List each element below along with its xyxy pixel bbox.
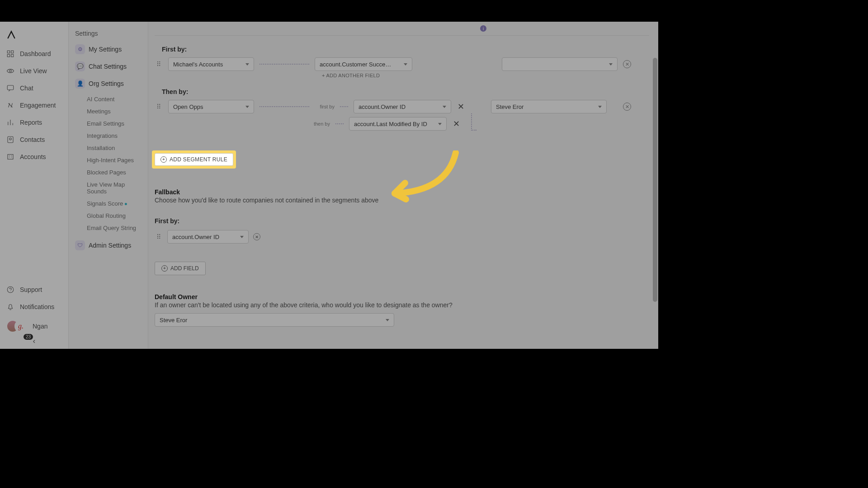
then-by-label: Then by: bbox=[162, 88, 649, 95]
sub-high-intent[interactable]: High-Intent Pages bbox=[73, 154, 143, 166]
remove-field-icon[interactable]: ✕ bbox=[452, 120, 460, 128]
avatar-g: g. bbox=[14, 320, 27, 333]
chat-icon: 💬 bbox=[75, 61, 85, 71]
sub-installation[interactable]: Installation bbox=[73, 142, 143, 154]
svg-rect-6 bbox=[8, 136, 13, 143]
my-settings-group[interactable]: ⚙My Settings bbox=[73, 42, 143, 57]
plus-circle-icon: + bbox=[160, 156, 167, 163]
then-by-sublabel: then by bbox=[310, 121, 330, 127]
sub-blocked-pages[interactable]: Blocked Pages bbox=[73, 166, 143, 178]
first-by-label: First by: bbox=[162, 46, 649, 53]
svg-rect-2 bbox=[7, 55, 9, 57]
sub-live-view-sounds[interactable]: Live View Map Sounds bbox=[73, 178, 143, 197]
sidebar-secondary: Settings ⚙My Settings 💬Chat Settings 👤Or… bbox=[69, 22, 148, 349]
fallback-section: Fallback Choose how you'd like to route … bbox=[155, 188, 649, 204]
nav-liveview[interactable]: Live View bbox=[0, 62, 68, 80]
nav-label: Engagement bbox=[20, 102, 56, 109]
drag-handle-icon[interactable]: ⠿ bbox=[155, 61, 163, 68]
nav-contacts[interactable]: Contacts bbox=[0, 131, 68, 148]
fallback-title: Fallback bbox=[155, 188, 649, 196]
collapse-sidebar[interactable]: ‹ bbox=[0, 337, 68, 349]
owner-dropdown[interactable] bbox=[502, 57, 618, 71]
drag-handle-icon[interactable]: ⠿ bbox=[155, 233, 163, 240]
nav-support[interactable]: Support bbox=[0, 281, 68, 298]
plus-circle-icon: + bbox=[161, 265, 168, 272]
liveview-icon bbox=[6, 67, 14, 75]
remove-field-icon[interactable]: ✕ bbox=[457, 103, 465, 111]
admin-icon: 🛡 bbox=[75, 240, 85, 250]
nav-label: Contacts bbox=[20, 136, 45, 143]
connector-line bbox=[259, 64, 309, 65]
sub-ai-content[interactable]: AI Content bbox=[73, 93, 143, 105]
remove-field-icon[interactable]: ✕ bbox=[253, 233, 260, 240]
field-dropdown[interactable]: account.Customer Succe… bbox=[315, 57, 412, 71]
settings-title: Settings bbox=[75, 30, 142, 37]
svg-point-9 bbox=[7, 286, 14, 293]
add-segment-rule-highlight: + ADD SEGMENT RULE bbox=[155, 153, 233, 166]
remove-rule-icon[interactable]: ✕ bbox=[623, 60, 631, 68]
contacts-icon bbox=[6, 136, 14, 144]
svg-rect-3 bbox=[11, 55, 14, 57]
sub-email-settings[interactable]: Email Settings bbox=[73, 117, 143, 130]
nav-label: Notifications bbox=[20, 303, 54, 310]
sub-signals-score[interactable]: Signals Score bbox=[73, 197, 143, 210]
org-icon: 👤 bbox=[75, 79, 85, 89]
svg-rect-1 bbox=[11, 51, 14, 53]
connector-line bbox=[335, 123, 344, 124]
remove-rule-icon[interactable]: ✕ bbox=[623, 103, 631, 111]
default-owner-section: Default Owner If an owner can't be locat… bbox=[155, 293, 649, 327]
sub-meetings[interactable]: Meetings bbox=[73, 105, 143, 117]
scrollbar-thumb[interactable] bbox=[653, 58, 657, 302]
svg-point-4 bbox=[9, 70, 12, 72]
owner-dropdown[interactable]: Steve Eror bbox=[491, 100, 607, 113]
support-icon bbox=[6, 286, 14, 294]
sub-email-query[interactable]: Email Query String bbox=[73, 222, 143, 234]
fallback-row: ⠿ account.Owner ID ✕ bbox=[155, 230, 649, 244]
segment-dropdown[interactable]: Michael's Accounts bbox=[168, 57, 254, 71]
rule-row-2b: then by account.Last Modified By ID ✕ bbox=[310, 117, 649, 131]
field-dropdown[interactable]: account.Owner ID bbox=[354, 100, 451, 113]
nav-label: Accounts bbox=[20, 153, 46, 160]
app-logo bbox=[0, 26, 68, 45]
fallback-field-dropdown[interactable]: account.Owner ID bbox=[167, 230, 249, 244]
badge-count: 23 bbox=[24, 334, 33, 340]
sub-integrations[interactable]: Integrations bbox=[73, 130, 143, 142]
nav-label: Chat bbox=[20, 84, 33, 92]
nav-label: Live View bbox=[20, 67, 47, 75]
gear-icon: ⚙ bbox=[75, 44, 85, 54]
add-segment-rule-button[interactable]: + ADD SEGMENT RULE bbox=[155, 153, 233, 166]
nav-chat[interactable]: Chat bbox=[0, 80, 68, 97]
drag-handle-icon[interactable]: ⠿ bbox=[155, 103, 163, 110]
default-owner-title: Default Owner bbox=[155, 293, 649, 300]
chat-icon bbox=[6, 84, 14, 92]
chat-settings-group[interactable]: 💬Chat Settings bbox=[73, 59, 143, 74]
nav-label: Dashboard bbox=[20, 50, 51, 57]
field-dropdown[interactable]: account.Last Modified By ID bbox=[349, 117, 447, 131]
connector-line bbox=[340, 106, 348, 107]
info-icon[interactable]: i bbox=[480, 25, 486, 32]
add-field-button[interactable]: + ADD FIELD bbox=[155, 262, 206, 275]
svg-rect-8 bbox=[8, 155, 13, 160]
admin-settings-group[interactable]: 🛡Admin Settings bbox=[73, 238, 143, 253]
first-by-sublabel: first by bbox=[315, 104, 335, 109]
fallback-desc: Choose how you'd like to route companies… bbox=[155, 197, 649, 204]
bell-icon bbox=[6, 303, 14, 311]
default-owner-desc: If an owner can't be located using any o… bbox=[155, 301, 649, 309]
scrollbar[interactable] bbox=[652, 22, 658, 349]
svg-rect-5 bbox=[7, 85, 14, 90]
nav-dashboard[interactable]: Dashboard bbox=[0, 45, 68, 62]
sidebar-primary: Dashboard Live View Chat Engagement Repo… bbox=[0, 22, 69, 349]
nav-accounts[interactable]: Accounts bbox=[0, 148, 68, 165]
segment-dropdown[interactable]: Open Opps bbox=[168, 100, 254, 113]
nav-reports[interactable]: Reports bbox=[0, 114, 68, 131]
nav-label: Support bbox=[20, 286, 42, 293]
sub-global-routing[interactable]: Global Routing bbox=[73, 210, 143, 222]
org-settings-group[interactable]: 👤Org Settings bbox=[73, 76, 143, 91]
user-row[interactable]: g. 23 Ngan bbox=[0, 315, 68, 337]
default-owner-dropdown[interactable]: Steve Eror bbox=[155, 313, 394, 327]
nav-engagement[interactable]: Engagement bbox=[0, 97, 68, 114]
connector-line bbox=[259, 106, 309, 107]
nav-notifications[interactable]: Notifications bbox=[0, 298, 68, 315]
fallback-first-by-label: First by: bbox=[155, 217, 649, 225]
add-another-field-link[interactable]: + ADD ANOTHER FIELD bbox=[322, 73, 649, 78]
